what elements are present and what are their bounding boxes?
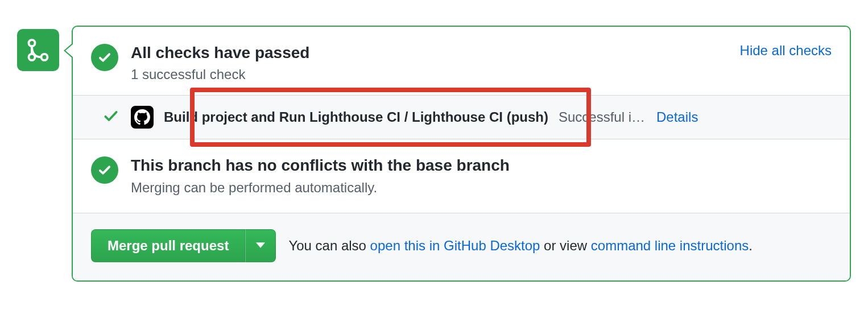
check-status: Successful i… bbox=[559, 109, 645, 125]
check-row: Build project and Run Lighthouse CI / Li… bbox=[73, 96, 716, 139]
hide-all-checks-link[interactable]: Hide all checks bbox=[740, 43, 832, 59]
merge-status-box: All checks have passed 1 successful chec… bbox=[72, 26, 851, 282]
command-line-instructions-link[interactable]: command line instructions bbox=[591, 238, 749, 253]
checks-title: All checks have passed bbox=[131, 43, 729, 63]
github-actions-avatar-icon bbox=[131, 106, 154, 129]
merge-dropdown-button[interactable] bbox=[245, 229, 276, 262]
open-github-desktop-link[interactable]: open this in GitHub Desktop bbox=[370, 238, 540, 253]
merge-actions-section: Merge pull request You can also open thi… bbox=[73, 213, 850, 280]
check-details-link[interactable]: Details bbox=[656, 109, 698, 125]
conflicts-subtitle: Merging can be performed automatically. bbox=[131, 180, 832, 196]
check-circle-icon bbox=[91, 156, 118, 184]
checks-summary-section: All checks have passed 1 successful chec… bbox=[73, 27, 850, 95]
check-circle-icon bbox=[91, 44, 118, 71]
caret-down-icon bbox=[256, 241, 265, 250]
checks-subtitle: 1 successful check bbox=[131, 67, 729, 82]
checks-list: Build project and Run Lighthouse CI / Li… bbox=[73, 95, 850, 139]
svg-point-0 bbox=[29, 40, 35, 46]
merge-help-text: You can also open this in GitHub Desktop… bbox=[288, 238, 753, 254]
merge-pull-request-button[interactable]: Merge pull request bbox=[91, 229, 245, 262]
check-success-icon bbox=[103, 108, 119, 126]
merge-icon bbox=[17, 29, 59, 71]
conflicts-title: This branch has no conflicts with the ba… bbox=[131, 155, 832, 176]
svg-point-2 bbox=[42, 54, 48, 60]
conflicts-section: This branch has no conflicts with the ba… bbox=[73, 139, 850, 212]
merge-button-group: Merge pull request bbox=[91, 229, 276, 262]
check-name[interactable]: Build project and Run Lighthouse CI / Li… bbox=[164, 109, 548, 125]
